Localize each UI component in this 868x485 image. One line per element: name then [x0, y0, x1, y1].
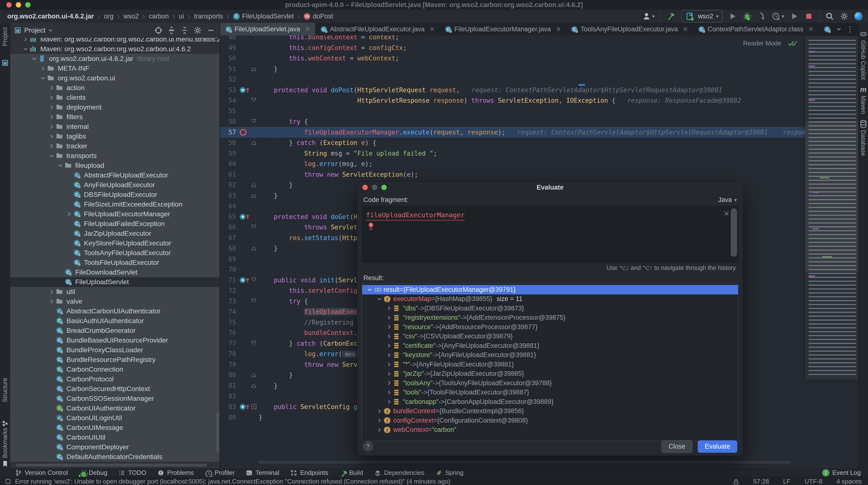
chevron-right-icon[interactable] — [48, 85, 56, 90]
chevron-down-icon[interactable] — [375, 296, 383, 302]
sidebar-item-structure[interactable]: Structure — [0, 378, 10, 402]
result-row[interactable]: "tools" -> {ToolsFileUploadExecutor@3988… — [362, 388, 738, 397]
dialog-minimize-button[interactable] — [372, 185, 377, 190]
chevron-right-icon[interactable] — [385, 399, 393, 404]
result-row[interactable]: "carbonapp" -> {CarbonAppUploadExecutor@… — [362, 397, 738, 407]
fold-marker-icon[interactable] — [251, 403, 257, 410]
result-row[interactable]: fconfigContext = {ConfigurationContext@3… — [362, 416, 738, 425]
search-everywhere-button[interactable] — [825, 12, 834, 21]
override-method-icon[interactable] — [239, 212, 252, 221]
tree-row[interactable]: action — [10, 83, 220, 93]
tree-row[interactable]: fileupload — [10, 161, 220, 170]
tree-row[interactable]: CFileDownloadServlet — [10, 267, 220, 277]
structure-icon[interactable] — [2, 420, 8, 427]
result-row[interactable]: "resource" -> {AddResourceProcessor@3987… — [362, 322, 738, 332]
status-widget[interactable]: 57:28 — [753, 478, 769, 485]
build-button[interactable] — [667, 12, 676, 21]
code-line[interactable]: 59 String msg = "File upload failed "; — [220, 148, 868, 159]
github-copilot-icon[interactable] — [860, 30, 867, 37]
tree-row[interactable]: clients — [10, 93, 220, 103]
tree-row[interactable]: CComponentDeployer — [10, 442, 220, 452]
tree-row[interactable]: CCarbonUIMessage — [10, 423, 220, 433]
tree-row[interactable]: CAbstractCarbonUIAuthenticator — [10, 306, 220, 316]
chevron-right-icon[interactable] — [385, 362, 393, 367]
tree-row[interactable]: valve — [10, 296, 220, 306]
collapse-all-icon[interactable] — [180, 26, 189, 35]
code-line[interactable]: 57 fileUploadExecutorManager.execute(req… — [220, 127, 868, 138]
tree-row[interactable]: CToolsAnyFileUploadExecutor — [10, 248, 220, 258]
editor-tab[interactable]: CFileUploadServlet.java✕ — [220, 23, 315, 35]
chevron-down-icon[interactable] — [56, 163, 65, 168]
chevron-right-icon[interactable] — [385, 315, 393, 320]
minimize-window-button[interactable] — [16, 2, 21, 7]
tree-row[interactable]: META-INF — [10, 64, 220, 73]
code-minimap[interactable] — [805, 36, 858, 380]
bookmark-icon[interactable] — [2, 460, 8, 467]
tree-row[interactable]: CFileUploadExecutorManager — [10, 209, 220, 219]
tree-row[interactable]: CFileUploadFailedException — [10, 219, 220, 229]
tree-row[interactable]: CDBSFileUploadExecutor — [10, 190, 220, 200]
editor-tab[interactable]: CFileUploadExecutorManager.java✕ — [440, 23, 566, 35]
stop-button[interactable] — [804, 12, 813, 21]
chevron-right-icon[interactable] — [385, 343, 393, 348]
sidebar-item-project[interactable]: Project — [0, 27, 10, 46]
toolwindow-button-terminal[interactable]: Terminal — [246, 469, 279, 477]
tree-row[interactable]: tracker — [10, 141, 220, 151]
toolwindow-button-version-control[interactable]: Version Control — [15, 469, 68, 477]
toolwindow-button-build[interactable]: Build — [339, 469, 363, 477]
chevron-right-icon[interactable] — [48, 105, 56, 110]
toolwindow-button-todo[interactable]: TODO — [118, 469, 146, 477]
fold-marker-icon[interactable] — [251, 181, 257, 188]
close-tab-icon[interactable]: ✕ — [556, 26, 561, 33]
chevron-right-icon[interactable] — [385, 371, 393, 376]
tree-row[interactable]: CKeyStoreFileUploadExecutor — [10, 238, 220, 248]
dialog-close-button[interactable] — [363, 185, 368, 190]
expression-text[interactable]: fileUploadExecutorManager — [366, 211, 465, 219]
horizontal-scrollbar[interactable] — [16, 464, 207, 466]
help-button[interactable]: ? — [363, 441, 373, 452]
chevron-right-icon[interactable] — [48, 124, 56, 130]
fold-marker-icon[interactable] — [251, 340, 257, 346]
chevron-down-icon[interactable] — [48, 28, 53, 33]
zoom-window-button[interactable] — [25, 2, 31, 7]
toolwindow-button-problems[interactable]: Problems — [157, 469, 194, 477]
editor-tab[interactable]: CContextPathServletAdaptor.class✕ — [693, 23, 819, 35]
tree-row[interactable]: deployment — [10, 103, 220, 112]
fold-marker-icon[interactable] — [251, 118, 257, 124]
code-line[interactable]: 50 this.webContext = webContext; — [220, 53, 868, 64]
input-scrollbar[interactable] — [731, 208, 737, 257]
tree-row[interactable]: CCarbonProtocol — [10, 374, 220, 384]
code-fragment-input[interactable]: fileUploadExecutorManager ⇲ — [362, 206, 738, 262]
sidebar-item-database[interactable]: Database — [859, 130, 868, 156]
sidebar-item-maven[interactable]: Maven — [859, 96, 868, 114]
chevron-down-icon[interactable] — [39, 76, 47, 81]
code-line[interactable]: 52 — [220, 74, 868, 85]
toolwindow-button-debug[interactable]: Debug — [79, 469, 107, 477]
tree-row[interactable]: CBundleResourcePathRegistry — [10, 355, 220, 365]
toolwindow-button-endpoints[interactable]: Endpoints — [290, 469, 328, 477]
result-row[interactable]: "registryextensions" -> {AddExtensionPro… — [362, 313, 738, 323]
tree-row[interactable]: CFileUploadServlet — [10, 277, 220, 287]
tree-row[interactable]: CCarbonSecuredHttpContext — [10, 384, 220, 394]
tree-row[interactable]: filters — [10, 112, 220, 122]
event-log-button[interactable]: 1Event Log — [822, 469, 861, 477]
chevron-right-icon[interactable] — [39, 66, 47, 71]
result-row[interactable]: "toolsAny" -> {ToolsAnyFileUploadExecuto… — [362, 378, 738, 388]
status-message[interactable]: Error running 'wso2': Unable to open deb… — [15, 478, 451, 485]
more-options-icon[interactable]: ⋮ — [846, 25, 854, 33]
profiler-button[interactable]: ▾ — [772, 12, 784, 21]
breadcrumb-class[interactable]: CFileUploadServlet — [233, 12, 294, 20]
code-line[interactable]: 56 try { — [220, 116, 868, 127]
close-tab-icon[interactable]: ✕ — [808, 26, 814, 33]
gear-icon[interactable] — [193, 26, 203, 35]
evaluate-button[interactable]: Evaluate — [698, 440, 737, 453]
locate-file-icon[interactable] — [154, 26, 163, 35]
tree-row[interactable]: org.wso2.carbon.ui — [10, 73, 220, 83]
language-selector[interactable]: Java▾ — [718, 196, 737, 204]
result-row[interactable]: result = {FileUploadExecutorManager@3979… — [362, 285, 738, 294]
close-tab-icon[interactable]: ✕ — [429, 26, 435, 33]
editor-tab[interactable]: CToolsAnyFileUploadExecutor.java✕ — [566, 23, 693, 35]
tree-row[interactable]: CFileSizeLimitExceededException — [10, 200, 220, 209]
project-tool-icon[interactable] — [1, 59, 9, 66]
tree-row[interactable]: CToolsFileUploadExecutor — [10, 258, 220, 267]
